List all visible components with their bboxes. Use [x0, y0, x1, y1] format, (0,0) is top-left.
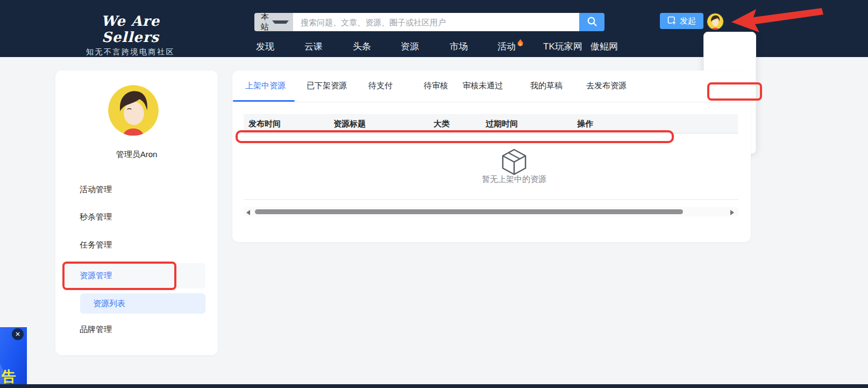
column-actions: 操作 [577, 114, 593, 133]
column-publish-time: 发布时间 [248, 114, 281, 133]
ad-label: 告 [2, 367, 16, 386]
tab-listed-resources[interactable]: 上架中资源 [245, 79, 286, 92]
empty-box-icon [502, 149, 527, 178]
sidebar-item-activity-mgmt[interactable]: 活动管理 [80, 183, 160, 196]
nav-item-headlines[interactable]: 头条 [353, 38, 371, 55]
ad-close-button[interactable]: ✕ [12, 328, 24, 340]
publish-icon [667, 16, 676, 26]
search-input[interactable] [293, 13, 579, 31]
nav-item-tk-player[interactable]: TK玩家网 [543, 38, 582, 55]
sidebar-item-flashsale-mgmt[interactable]: 秒杀管理 [80, 210, 160, 223]
column-resource-title: 资源标题 [333, 114, 366, 133]
tab-my-drafts[interactable]: 我的草稿 [530, 79, 563, 92]
scroll-right-button[interactable] [730, 210, 734, 215]
tab-pending-payment[interactable]: 待支付 [368, 79, 393, 92]
sidebar-item-resource-mgmt[interactable]: 资源管理 [80, 269, 160, 282]
scroll-left-button[interactable] [246, 210, 250, 215]
profile-avatar[interactable] [108, 85, 159, 136]
search-scope-value: 本站 [261, 12, 272, 32]
close-icon: ✕ [15, 330, 20, 338]
chevron-down-icon [272, 20, 289, 24]
column-expire-time: 过期时间 [486, 114, 518, 133]
sidebar-item-task-mgmt[interactable]: 任务管理 [80, 238, 160, 251]
search-icon [586, 16, 598, 29]
tabs-divider [232, 102, 751, 102]
tab-publish-resource[interactable]: 去发布资源 [586, 79, 627, 92]
tab-pending-review[interactable]: 待审核 [424, 79, 448, 92]
nav-item-courses[interactable]: 云课 [304, 38, 323, 55]
nav-item-activities[interactable]: 活动 [497, 38, 524, 55]
nav-item-discover[interactable]: 发现 [256, 38, 274, 55]
fire-icon [517, 39, 524, 50]
user-avatar[interactable] [707, 13, 723, 30]
publish-button[interactable]: 发起 [660, 13, 703, 29]
content-card [232, 70, 751, 242]
column-category: 大类 [433, 114, 450, 133]
page: We Are Sellers 知无不言跨境电商社区 本站 发现 云课 头条 资源… [0, 0, 868, 388]
nav-item-market[interactable]: 市场 [450, 38, 468, 55]
nav-item-resources[interactable]: 资源 [401, 38, 419, 55]
sidebar-subitem-resource-list[interactable]: 资源列表 [80, 293, 205, 314]
logo-subtitle: 知无不言跨境电商社区 [81, 47, 180, 57]
publish-label: 发起 [680, 16, 696, 26]
tab-delisted-resources[interactable]: 已下架资源 [307, 79, 347, 92]
site-logo[interactable]: We Are Sellers 知无不言跨境电商社区 [81, 13, 180, 57]
scrollbar-thumb[interactable] [255, 209, 683, 214]
empty-state-text: 暂无上架中的资源 [482, 174, 546, 185]
bottom-bar [0, 384, 868, 388]
username: 管理员Aron [55, 150, 218, 160]
sidebar-item-brand-mgmt[interactable]: 品牌管理 [80, 323, 160, 336]
table-bottom-divider [244, 199, 738, 200]
resource-table-header: 发布时间 资源标题 大类 过期时间 操作 [244, 114, 738, 133]
tab-review-failed[interactable]: 审核未通过 [463, 79, 503, 92]
search-button[interactable] [579, 13, 604, 31]
logo-title: We Are Sellers [81, 13, 180, 45]
nav-item-aokun[interactable]: 傲鲲网 [590, 38, 618, 55]
search-scope-select[interactable]: 本站 [254, 13, 293, 31]
